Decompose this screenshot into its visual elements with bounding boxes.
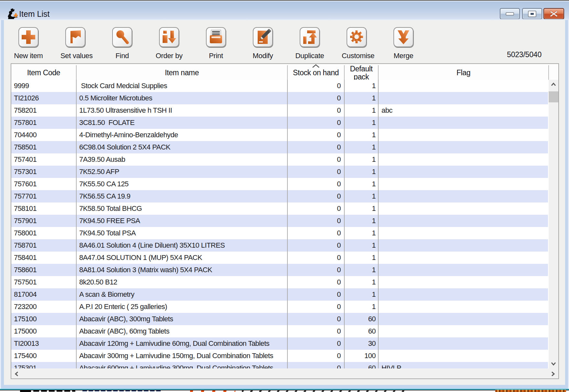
table-row[interactable]: 758101 7K58.50 Total BHCG 0 1 xyxy=(11,202,548,215)
duplicate-button[interactable]: Duplicate xyxy=(295,27,325,60)
table-row[interactable]: 758001 7K94.50 Total PSA 0 1 xyxy=(11,227,548,239)
record-counter: 5023/5040 xyxy=(507,50,542,59)
merge-button-face[interactable] xyxy=(393,27,413,47)
table-row[interactable]: 723200 A.P.I 20 Enteric ( 25 galleries) … xyxy=(11,301,548,313)
maximize-button[interactable] xyxy=(522,8,542,19)
vertical-scrollbar[interactable] xyxy=(549,80,558,368)
cell-default-pack: 100 xyxy=(345,350,376,362)
cell-stock-on-hand: 0 xyxy=(288,239,341,252)
customise-button[interactable]: Customise xyxy=(342,27,371,60)
minimize-button[interactable] xyxy=(500,8,520,19)
grid-line xyxy=(378,80,379,368)
table-row[interactable]: 175100 Abacavir (ABC), 300mg Tablets 0 6… xyxy=(11,313,548,325)
column-header-item-code-label: Item Code xyxy=(27,69,60,77)
cell-flag xyxy=(379,178,547,190)
duplicate-button-face[interactable] xyxy=(300,27,320,47)
duplicate-label: Duplicate xyxy=(295,52,325,60)
vertical-scrollbar-thumb[interactable] xyxy=(549,91,558,102)
order-by-button[interactable]: Order by xyxy=(154,27,184,60)
cell-flag xyxy=(379,337,547,350)
set-values-button[interactable]: Set values xyxy=(60,27,90,60)
table-row[interactable]: TI20013 Abacavir 120mg + Lamivudine 60mg… xyxy=(11,337,548,350)
scroll-left-icon[interactable] xyxy=(15,371,18,377)
screen: Item List xyxy=(0,0,569,392)
table-row[interactable]: 758201 1L73.50 Ultrasensitive h TSH II 0… xyxy=(11,104,548,117)
table-row[interactable]: 758601 8A81.04 Solution 3 (Matrix wash) … xyxy=(11,264,548,276)
cell-default-pack: 1 xyxy=(345,264,376,276)
customise-button-face[interactable] xyxy=(347,27,367,47)
cell-stock-on-hand: 0 xyxy=(288,80,341,92)
cell-item-code: 817004 xyxy=(14,288,75,301)
cell-default-pack: 1 xyxy=(345,301,376,313)
table-row[interactable]: 757501 8k20.50 B12 0 1 xyxy=(11,276,548,288)
close-icon xyxy=(550,10,558,17)
minimize-icon xyxy=(506,12,514,16)
column-header-item-code[interactable]: Item Code xyxy=(11,64,76,80)
table-row[interactable]: 175000 Abacavir (ABC), 60mg Tablets 0 60 xyxy=(11,325,548,337)
maximize-icon xyxy=(528,10,537,17)
item-table: Item Code Item name Stock on hand Defaul… xyxy=(11,63,559,379)
table-row[interactable]: 758501 6C98.04 Solution 2 5X4 PACK 0 1 xyxy=(11,141,548,153)
scroll-right-icon[interactable] xyxy=(551,371,555,377)
table-row[interactable]: 757901 7K94.50 FREE PSA 0 1 xyxy=(11,215,548,227)
modify-button[interactable]: Modify xyxy=(248,27,278,60)
cell-flag xyxy=(379,202,547,215)
order-by-button-face[interactable] xyxy=(159,27,179,47)
new-item-button[interactable]: New item xyxy=(14,27,43,60)
cell-stock-on-hand: 0 xyxy=(288,350,341,362)
background-text-fragment xyxy=(82,390,162,391)
cell-item-code: 175301 xyxy=(14,362,75,368)
cell-default-pack: 1 xyxy=(345,190,376,202)
column-header-item-name[interactable]: Item name xyxy=(77,64,287,80)
find-label: Find xyxy=(107,52,137,60)
cell-stock-on-hand: 0 xyxy=(288,104,341,117)
print-button[interactable]: Print xyxy=(201,27,231,60)
table-row[interactable]: 758701 8A46.01 Solution 4 (Line Diluent)… xyxy=(11,239,548,252)
scroll-down-icon[interactable] xyxy=(551,362,556,366)
titlebar[interactable]: Item List xyxy=(0,1,569,19)
cell-flag xyxy=(379,276,547,288)
scroll-up-icon[interactable] xyxy=(551,82,556,86)
background-orange-texture xyxy=(495,390,566,392)
new-item-button-face[interactable] xyxy=(18,27,38,47)
print-button-face[interactable] xyxy=(206,27,226,47)
cell-flag xyxy=(379,190,547,202)
set-values-button-face[interactable] xyxy=(65,27,85,47)
table-row[interactable]: 704400 4-Dimethyl-Amino-Benzaldehyde 0 1 xyxy=(11,129,548,141)
find-button[interactable]: Find xyxy=(107,27,137,60)
msupply-app-icon xyxy=(7,8,18,19)
table-body: 9999 Stock Card Medcial Supplies 0 1 TI2… xyxy=(11,80,548,368)
table-row[interactable]: 175400 Abacavir 300mg + Lamivudine 150mg… xyxy=(11,350,548,362)
table-row[interactable]: 758401 8A47.04 SOLUTION 1 (MUP) 5X4 PACK… xyxy=(11,252,548,264)
column-header-flag[interactable]: Flag xyxy=(379,64,548,80)
table-row[interactable]: 757401 7A39.50 Ausab 0 1 xyxy=(11,153,548,166)
merge-button[interactable]: Merge xyxy=(389,27,418,60)
table-row[interactable]: 757301 7K52.50 AFP 0 1 xyxy=(11,166,548,178)
table-row[interactable]: 9999 Stock Card Medcial Supplies 0 1 xyxy=(11,80,548,92)
cell-stock-on-hand: 0 xyxy=(288,190,341,202)
find-button-face[interactable] xyxy=(112,27,132,47)
table-row[interactable]: 175301 Abacavir 600mg + Lamivudine 300mg… xyxy=(11,362,548,368)
cell-stock-on-hand: 0 xyxy=(288,276,341,288)
cell-flag xyxy=(379,313,547,325)
close-button[interactable] xyxy=(543,8,564,19)
column-header-stock-on-hand-label: Stock on hand xyxy=(293,69,339,77)
horizontal-scrollbar[interactable] xyxy=(11,368,558,378)
table-row[interactable]: 757701 7K56.55 CA 19.9 0 1 xyxy=(11,190,548,202)
cell-item-name: A scan & Biometry xyxy=(79,288,285,301)
column-header-default-pack[interactable]: Default pack xyxy=(345,64,378,80)
cell-stock-on-hand: 0 xyxy=(288,153,341,166)
cell-stock-on-hand: 0 xyxy=(288,178,341,190)
column-header-stock-on-hand[interactable]: Stock on hand xyxy=(288,64,344,80)
cell-item-name: 8A46.01 Solution 4 (Line Diluent) 35X10 … xyxy=(79,239,285,252)
cell-item-code: 758601 xyxy=(14,264,75,276)
item-list-window: Item List xyxy=(0,0,569,389)
cell-flag xyxy=(379,239,547,252)
table-row[interactable]: TI21026 0.5 Microliter Microtubes 0 1 xyxy=(11,92,548,104)
table-row[interactable]: 757601 7K55.50 CA 125 0 1 xyxy=(11,178,548,190)
table-row[interactable]: 757801 3C81.50 FOLATE 0 1 xyxy=(11,117,548,129)
cell-default-pack: 1 xyxy=(345,252,376,264)
table-row[interactable]: 817004 A scan & Biometry 0 1 xyxy=(11,288,548,301)
cell-flag xyxy=(379,166,547,178)
modify-button-face[interactable] xyxy=(253,27,273,47)
